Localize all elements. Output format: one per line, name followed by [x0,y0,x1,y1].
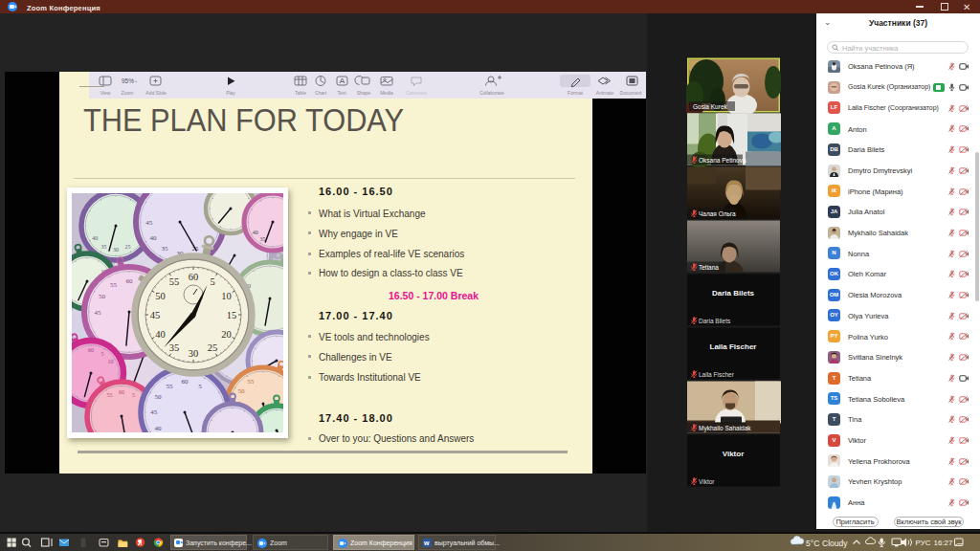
svg-text:50: 50 [238,387,246,395]
svg-text:Tetiana: Tetiana [699,264,719,271]
svg-text:Daria Bilets: Daria Bilets [712,289,755,298]
svg-text:30: 30 [189,348,199,359]
svg-text:35: 35 [161,245,168,253]
svg-text:60: 60 [182,378,189,386]
svg-text:40: 40 [155,425,163,432]
svg-text:Animate: Animate [596,90,614,96]
svg-text:5: 5 [210,276,214,287]
svg-text:50: 50 [155,291,166,301]
svg-text:Shape: Shape [357,90,371,96]
svg-text:Media: Media [380,90,393,96]
svg-text:Format: Format [568,90,583,96]
svg-text:Cloudy: Cloudy [822,539,848,548]
svg-text:Daria Bilets: Daria Bilets [699,318,731,324]
svg-text:5: 5 [100,351,103,357]
svg-text:Laila Fischer: Laila Fischer [710,342,757,351]
svg-text:35: 35 [169,342,180,353]
svg-text:Чалая Ольга: Чалая Ольга [699,210,736,217]
svg-text:View: View [100,90,111,96]
svg-text:Text: Text [337,90,346,96]
svg-text:5°C: 5°C [806,539,819,548]
svg-text:40: 40 [150,234,158,242]
svg-text:Chart: Chart [315,90,327,96]
svg-text:55: 55 [166,383,173,390]
svg-text:Table: Table [295,90,306,96]
svg-text:Oksana Petinova: Oksana Petinova [699,157,746,164]
svg-text:Viktor: Viktor [723,450,745,458]
svg-text:35: 35 [100,244,106,250]
svg-text:5: 5 [198,383,202,390]
svg-text:16:27: 16:27 [934,539,954,547]
svg-text:95%: 95% [122,77,134,84]
svg-text:5: 5 [132,392,135,398]
svg-text:60: 60 [119,389,124,395]
svg-text:Zoom: Zoom [122,90,134,96]
svg-text:60: 60 [189,272,199,282]
svg-text:10: 10 [108,359,114,364]
svg-text:60: 60 [88,347,94,353]
svg-text:40: 40 [92,235,98,241]
svg-text:45: 45 [145,219,153,227]
svg-text:45: 45 [95,309,102,317]
svg-text:Play: Play [226,90,235,96]
svg-text:Viktor: Viktor [699,478,715,485]
svg-text:Add Slide: Add Slide [145,90,167,96]
svg-text:Collaborate: Collaborate [479,90,504,96]
svg-text:60: 60 [126,277,134,285]
svg-text:55: 55 [106,392,112,398]
svg-text:55: 55 [247,378,255,386]
svg-text:35: 35 [260,236,266,242]
svg-text:40: 40 [253,230,258,235]
svg-text:45: 45 [150,310,161,320]
svg-text:⌄: ⌄ [134,77,138,83]
svg-text:25: 25 [208,342,218,353]
svg-text:45: 45 [150,408,158,416]
svg-text:20: 20 [221,329,232,340]
svg-text:Comment: Comment [406,90,427,96]
svg-text:РУС: РУС [916,539,931,547]
svg-text:10: 10 [221,291,232,301]
svg-text:40: 40 [155,329,166,340]
svg-text:Laila Fischer: Laila Fischer [699,371,735,378]
svg-text:30: 30 [113,247,119,253]
svg-text:25: 25 [125,244,131,250]
svg-text:Document: Document [620,90,642,96]
svg-text:Mykhailo Sahaidak: Mykhailo Sahaidak [699,425,751,432]
svg-text:Gosia Kurek: Gosia Kurek [693,103,728,110]
svg-text:15: 15 [227,310,237,320]
svg-text:55: 55 [169,276,180,287]
svg-text:50: 50 [99,293,106,300]
svg-text:55: 55 [110,281,118,289]
svg-text:50: 50 [155,393,163,401]
